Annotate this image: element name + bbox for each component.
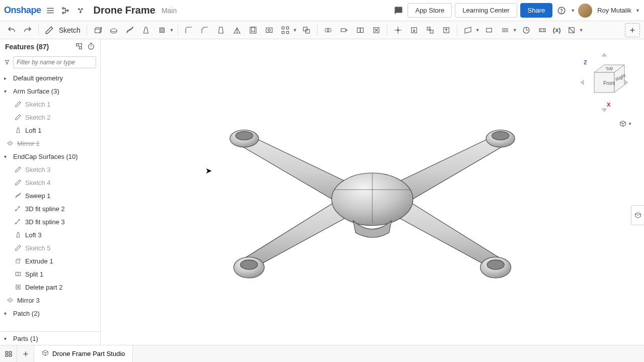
composite-tool[interactable] — [535, 23, 550, 37]
section-view-tool[interactable] — [564, 23, 579, 37]
plane-tool[interactable] — [460, 23, 475, 37]
feature-item[interactable]: Extrude 1 — [0, 254, 100, 267]
feature-item[interactable]: Split 1 — [0, 267, 100, 281]
shell-tool[interactable] — [246, 23, 261, 37]
tab-manager-button[interactable] — [0, 345, 17, 363]
section-dropdown[interactable]: ▼ — [579, 28, 584, 33]
svg-rect-93 — [6, 354, 8, 356]
svg-rect-24 — [286, 31, 289, 34]
document-title[interactable]: Drone Frame — [94, 5, 155, 16]
move-face-tool[interactable] — [337, 23, 352, 37]
derived-tool[interactable] — [423, 23, 438, 37]
feature-group[interactable]: ▾Arm Surface (3) — [0, 84, 100, 98]
helix-tool[interactable] — [519, 23, 534, 37]
revolve-tool[interactable] — [106, 23, 121, 37]
sketch-tool-icon[interactable] — [42, 23, 57, 37]
svg-point-63 — [15, 223, 16, 224]
svg-rect-92 — [9, 351, 12, 353]
svg-point-76 — [492, 131, 509, 140]
timer-icon[interactable] — [87, 42, 95, 52]
import-tool[interactable] — [407, 23, 422, 37]
viewport[interactable]: Front Right Top Z X ▼ ➤ — [101, 39, 644, 345]
extrude-tool[interactable] — [90, 23, 105, 37]
undo-button[interactable] — [4, 23, 19, 37]
filter-input[interactable] — [13, 56, 96, 68]
insert-icon[interactable] — [74, 5, 87, 17]
rotate-view-button[interactable]: ▼ — [619, 117, 632, 130]
feature-item[interactable]: Sketch 2 — [0, 111, 100, 124]
feature-item[interactable]: Sweep 1 — [0, 189, 100, 202]
filter-icon[interactable] — [4, 57, 10, 67]
pattern-tool[interactable] — [278, 23, 293, 37]
frame-dropdown[interactable]: ▼ — [513, 28, 518, 33]
svg-point-3 — [62, 8, 64, 9]
replace-face-tool[interactable] — [353, 23, 368, 37]
view-cube[interactable]: Front Right Top Z X — [577, 47, 632, 118]
feature-item[interactable]: Sketch 4 — [0, 176, 100, 189]
share-button[interactable]: Share — [520, 3, 553, 18]
svg-rect-19 — [266, 28, 272, 32]
comments-icon[interactable] — [392, 5, 405, 17]
sweep-tool[interactable] — [122, 23, 137, 37]
sketch-label[interactable]: Sketch — [59, 26, 80, 34]
feature-item[interactable]: Loft 3 — [0, 228, 100, 241]
svg-point-61 — [15, 210, 16, 211]
app-store-button[interactable]: App Store — [408, 3, 452, 18]
menu-icon[interactable] — [44, 5, 56, 17]
feature-item[interactable]: 3D fit spline 2 — [0, 202, 100, 215]
custom-features-button[interactable] — [625, 23, 640, 37]
plane-dropdown[interactable]: ▼ — [475, 28, 480, 33]
branch-label[interactable]: Main — [162, 7, 177, 15]
user-name[interactable]: Roy Mutalik — [597, 7, 631, 14]
frame-tool[interactable] — [498, 23, 513, 37]
thicken-tool[interactable] — [154, 23, 170, 37]
sheet-metal-tool[interactable] — [481, 23, 497, 37]
boolean-tool[interactable] — [299, 23, 314, 37]
svg-text:X: X — [607, 102, 611, 108]
feature-item[interactable]: 3D fit spline 3 — [0, 215, 100, 228]
feature-item[interactable]: Sketch 1 — [0, 98, 100, 111]
rib-tool[interactable] — [229, 23, 245, 37]
help-icon[interactable] — [555, 5, 568, 17]
redo-button[interactable] — [20, 23, 35, 37]
svg-rect-41 — [487, 28, 492, 32]
pattern-dropdown[interactable]: ▼ — [293, 28, 298, 33]
transform-tool[interactable] — [390, 23, 406, 37]
avatar[interactable] — [578, 4, 592, 18]
export-tool[interactable] — [439, 23, 454, 37]
delete-face-tool[interactable] — [369, 23, 384, 37]
user-dropdown[interactable]: ▼ — [635, 8, 640, 13]
chamfer-tool[interactable] — [197, 23, 212, 37]
svg-rect-65 — [16, 260, 20, 263]
feature-item[interactable]: Mirror 3 — [0, 294, 100, 307]
feature-item[interactable]: Delete part 2 — [0, 281, 100, 294]
logo[interactable]: Onshape — [4, 5, 41, 16]
feature-group[interactable]: ▸Default geometry — [0, 71, 100, 84]
svg-rect-38 — [430, 30, 433, 33]
feature-item[interactable]: Sketch 5 — [0, 241, 100, 254]
add-tab-button[interactable] — [17, 345, 34, 363]
parts-section[interactable]: ▾ Parts (1) — [0, 332, 100, 345]
feature-group[interactable]: ▾EndCap Surfaces (10) — [0, 150, 100, 163]
feature-item[interactable]: Loft 1 — [0, 124, 100, 137]
split-tool[interactable] — [320, 23, 336, 37]
feature-item[interactable]: Sketch 3 — [0, 163, 100, 176]
help-dropdown[interactable]: ▼ — [571, 8, 575, 13]
loft-tool[interactable] — [138, 23, 153, 37]
tab-label: Drone Frame Part Studio — [52, 350, 125, 357]
draft-tool[interactable] — [213, 23, 228, 37]
svg-point-74 — [235, 131, 253, 140]
fillet-tool[interactable] — [181, 23, 196, 37]
svg-point-8 — [79, 11, 80, 12]
variable-tool[interactable]: (x) — [551, 23, 563, 37]
side-panel-toggle[interactable] — [631, 205, 644, 225]
tree-icon[interactable] — [59, 5, 71, 17]
feature-item-suppressed[interactable]: Mirror 1 — [0, 137, 100, 150]
tab-part-studio[interactable]: Drone Frame Part Studio — [34, 345, 133, 363]
learning-center-button[interactable]: Learning Center — [455, 3, 517, 18]
feature-dropdown[interactable]: ▼ — [170, 28, 175, 33]
features-heading: Features (87) — [5, 43, 49, 51]
hole-tool[interactable] — [262, 23, 277, 37]
rollback-icon[interactable] — [75, 42, 83, 52]
feature-group[interactable]: ▾Patch (2) — [0, 307, 100, 320]
